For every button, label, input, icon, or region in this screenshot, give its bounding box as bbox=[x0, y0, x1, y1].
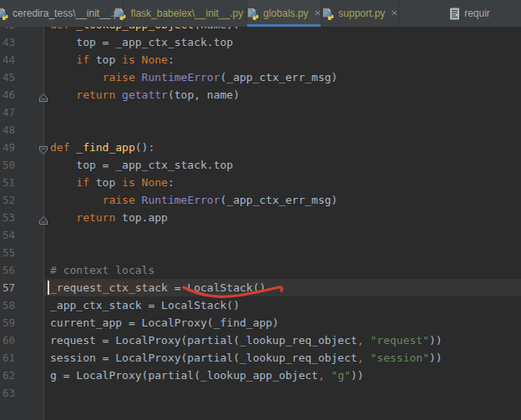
python-icon bbox=[114, 8, 126, 20]
code-line-46[interactable]: 46 return getattr(top, name) bbox=[0, 86, 521, 104]
code-line-50[interactable]: 50 top = _app_ctx_stack.top bbox=[0, 156, 521, 174]
code-line-52[interactable]: 52 raise RuntimeError(_app_ctx_err_msg) bbox=[0, 191, 521, 209]
code-text: return getattr(top, name) bbox=[50, 86, 240, 104]
code-line-48[interactable]: 48 bbox=[0, 121, 521, 139]
editor-tab-globals.py[interactable]: globals.py✕ bbox=[247, 0, 321, 27]
code-text: _app_ctx_stack = LocalStack() bbox=[50, 296, 240, 314]
code-line-45[interactable]: 45 raise RuntimeError(_app_ctx_err_msg) bbox=[0, 68, 521, 86]
code-text: top = _app_ctx_stack.top bbox=[50, 156, 233, 174]
line-number: 51 bbox=[0, 174, 15, 191]
line-number: 63 bbox=[0, 384, 15, 402]
line-number: 45 bbox=[0, 68, 15, 86]
code-line-60[interactable]: 60request = LocalProxy(partial(_lookup_r… bbox=[0, 331, 521, 349]
code-line-54[interactable]: 54 bbox=[0, 226, 521, 244]
line-number: 59 bbox=[0, 314, 15, 331]
line-number: 50 bbox=[0, 156, 15, 174]
line-number: 55 bbox=[0, 244, 15, 261]
code-text: def _lookup_app_object(name): bbox=[50, 27, 240, 33]
code-line-59[interactable]: 59current_app = LocalProxy(_find_app) bbox=[0, 314, 521, 331]
line-number: 56 bbox=[0, 261, 15, 279]
code-text: raise RuntimeError(_app_ctx_err_msg) bbox=[50, 191, 337, 209]
code-text: def _find_app(): bbox=[50, 139, 154, 156]
code-text: if top is None: bbox=[50, 51, 175, 68]
code-text: session = LocalProxy(partial(_lookup_req… bbox=[50, 349, 443, 367]
tab-label: ceredira_tess\__init__.py bbox=[13, 8, 124, 19]
code-text: current_app = LocalProxy(_find_app) bbox=[50, 314, 279, 331]
line-number: 53 bbox=[0, 209, 15, 226]
text-file-icon bbox=[449, 8, 460, 20]
code-line-42[interactable]: 42def _lookup_app_object(name): bbox=[0, 27, 521, 33]
line-number: 44 bbox=[0, 51, 15, 68]
line-number: 52 bbox=[0, 191, 15, 209]
code-line-55[interactable]: 55 bbox=[0, 244, 521, 261]
tab-label: globals.py bbox=[263, 8, 308, 19]
editor-tab-ceredira-tess-init-.py[interactable]: ceredira_tess\__init__.py✕ bbox=[10, 0, 124, 27]
line-number: 62 bbox=[0, 367, 15, 384]
active-tab-underline bbox=[247, 24, 321, 27]
editor-tab-bar: ceredira_tess\__init__.py✕flask_babelex\… bbox=[0, 0, 521, 27]
code-text: # context locals bbox=[50, 261, 154, 279]
line-number: 60 bbox=[0, 331, 15, 349]
line-number: 61 bbox=[0, 349, 15, 367]
highlighted-token: _request_ctx_stack bbox=[48, 281, 168, 294]
code-text: top = _app_ctx_stack.top bbox=[50, 33, 233, 51]
code-line-43[interactable]: 43 top = _app_ctx_stack.top bbox=[0, 33, 521, 51]
line-number: 54 bbox=[0, 226, 15, 244]
code-line-51[interactable]: 51 if top is None: bbox=[0, 174, 521, 191]
code-line-56[interactable]: 56# context locals bbox=[0, 261, 521, 279]
code-text: raise RuntimeError(_app_ctx_err_msg) bbox=[50, 68, 337, 86]
python-icon bbox=[0, 8, 8, 20]
python-icon bbox=[246, 8, 259, 20]
code-editor[interactable]: 42def _lookup_app_object(name):43 top = … bbox=[0, 27, 521, 420]
editor-tab-flask-babelex-init-.py[interactable]: flask_babelex\__init__.py✕ bbox=[124, 0, 247, 27]
tab-close-icon[interactable]: ✕ bbox=[391, 9, 397, 18]
fold-marker-collapse-end-icon[interactable] bbox=[38, 90, 48, 100]
code-rows: 42def _lookup_app_object(name):43 top = … bbox=[0, 27, 521, 420]
line-number: 58 bbox=[0, 296, 15, 314]
code-line-58[interactable]: 58_app_ctx_stack = LocalStack() bbox=[0, 296, 521, 314]
python-icon bbox=[321, 8, 334, 20]
line-number: 48 bbox=[0, 121, 15, 139]
code-line-62[interactable]: 62g = LocalProxy(partial(_lookup_app_obj… bbox=[0, 367, 521, 384]
editor-tab-support.py[interactable]: support.py✕ bbox=[321, 0, 399, 27]
text-caret bbox=[48, 281, 49, 295]
tab-label: requir bbox=[464, 8, 490, 19]
fold-marker-collapse-icon[interactable] bbox=[38, 143, 48, 153]
tab-close-icon[interactable]: ✕ bbox=[314, 9, 321, 18]
code-line-57[interactable]: 57_request_ctx_stack = LocalStack() bbox=[0, 279, 521, 296]
tab-label: support.py bbox=[338, 8, 385, 19]
code-line-44[interactable]: 44 if top is None: bbox=[0, 51, 521, 68]
code-line-49[interactable]: 49def _find_app(): bbox=[0, 139, 521, 156]
tab-label: flask_babelex\__init__.py bbox=[130, 8, 243, 19]
code-line-63[interactable]: 63 bbox=[0, 384, 521, 402]
line-number: 43 bbox=[0, 33, 15, 51]
code-line-47[interactable]: 47 bbox=[0, 104, 521, 121]
editor-tab-requir[interactable]: requir bbox=[399, 0, 521, 27]
line-number: 42 bbox=[0, 27, 15, 33]
code-text: _request_ctx_stack = LocalStack() bbox=[50, 279, 266, 296]
code-text: g = LocalProxy(partial(_lookup_app_objec… bbox=[50, 367, 364, 384]
line-number: 47 bbox=[0, 104, 15, 121]
line-number: 49 bbox=[0, 139, 15, 156]
code-text: return top.app bbox=[50, 209, 168, 226]
code-text: request = LocalProxy(partial(_lookup_req… bbox=[50, 331, 443, 349]
line-number: 57 bbox=[0, 279, 15, 296]
pycharm-window: ceredira_tess\__init__.py✕flask_babelex\… bbox=[0, 0, 521, 420]
fold-marker-collapse-end-icon[interactable] bbox=[38, 213, 48, 223]
line-number: 46 bbox=[0, 86, 15, 104]
code-line-53[interactable]: 53 return top.app bbox=[0, 209, 521, 226]
code-text: if top is None: bbox=[50, 174, 175, 191]
code-line-61[interactable]: 61session = LocalProxy(partial(_lookup_r… bbox=[0, 349, 521, 367]
